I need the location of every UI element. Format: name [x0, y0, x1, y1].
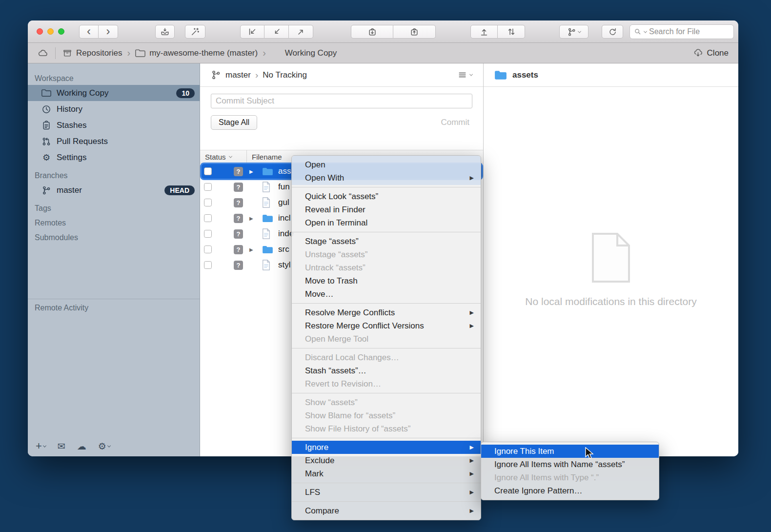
mail-button[interactable]: ✉	[58, 441, 65, 452]
chevron-right-icon: ›	[263, 47, 266, 59]
sync-button-group	[470, 25, 525, 39]
menu-item-stash[interactable]: Stash “assets”…	[292, 364, 481, 377]
commit-button[interactable]: Commit	[441, 118, 472, 127]
menu-separator	[292, 348, 481, 348]
menu-item-move[interactable]: Move…	[292, 287, 481, 301]
column-header-status[interactable]: Status	[200, 150, 247, 163]
menu-item-ignore[interactable]: Ignore▶	[292, 441, 481, 454]
submodules-section-label[interactable]: Submodules	[35, 233, 200, 242]
submenu-arrow-icon: ▶	[470, 457, 474, 464]
branch-dropdown-button[interactable]	[559, 25, 588, 39]
checkout-button[interactable]	[240, 25, 264, 39]
search-field[interactable]: Search for File	[629, 24, 734, 39]
remotes-section-label[interactable]: Remotes	[35, 219, 200, 227]
clone-button[interactable]: Clone	[693, 48, 729, 58]
menu-item-open[interactable]: Open	[292, 158, 481, 171]
breadcrumb-working-copy[interactable]: Working Copy	[271, 48, 337, 58]
submenu-item-create-ignore-pattern[interactable]: Create Ignore Pattern…	[481, 484, 659, 497]
row-checkbox[interactable]	[204, 214, 212, 222]
chevron-down-icon	[578, 29, 581, 33]
column-header-filename[interactable]: Filename	[247, 153, 282, 161]
sidebar-item-pull-requests[interactable]: Pull Requests	[28, 133, 200, 149]
menu-item-quick-look[interactable]: Quick Look “assets”	[292, 190, 481, 203]
row-checkbox[interactable]	[204, 199, 212, 206]
menu-item-lfs[interactable]: LFS▶	[292, 486, 481, 499]
menu-item-open-in-terminal[interactable]: Open in Terminal	[292, 216, 481, 229]
row-checkbox[interactable]	[204, 183, 212, 191]
disclosure-triangle-icon[interactable]: ▶	[249, 169, 255, 174]
breadcrumb-repo[interactable]: my-awesome-theme (master)	[135, 48, 258, 58]
disclosure-triangle-icon[interactable]: ▶	[249, 247, 255, 252]
menu-item-show: Show “assets”	[292, 396, 481, 409]
forward-button[interactable]: ›	[99, 25, 118, 39]
divider	[55, 47, 56, 59]
row-checkbox[interactable]	[204, 230, 212, 238]
back-icon: ‹	[87, 24, 91, 38]
sidebar-item-working-copy[interactable]: Working Copy 10	[28, 85, 200, 101]
sidebar-item-settings[interactable]: ⚙ Settings	[28, 149, 200, 165]
status-badge: ?	[234, 261, 243, 270]
bag-down-arrow-icon	[367, 27, 377, 37]
menu-item-move-to-trash[interactable]: Move to Trash	[292, 274, 481, 287]
menu-item-compare[interactable]: Compare▶	[292, 504, 481, 517]
menu-item-reveal-in-finder[interactable]: Reveal in Finder	[292, 203, 481, 216]
list-options-button[interactable]	[458, 70, 472, 80]
magic-wand-button[interactable]	[185, 25, 205, 39]
submenu-item-ignore-this-item[interactable]: Ignore This Item	[481, 445, 659, 458]
close-window-button[interactable]	[37, 28, 43, 35]
commit-area: Stage All Commit	[200, 87, 483, 150]
submenu-arrow-icon: ▶	[470, 471, 474, 477]
chevron-down-icon	[107, 444, 111, 447]
stage-all-button[interactable]: Stage All	[211, 115, 257, 130]
back-button[interactable]: ‹	[79, 25, 99, 39]
stage-tray-button[interactable]	[155, 25, 175, 39]
remote-cloud-button[interactable]: ☁	[77, 441, 86, 452]
folder-icon	[135, 49, 145, 57]
menu-item-mark[interactable]: Mark▶	[292, 467, 481, 480]
commit-subject-input[interactable]	[211, 94, 472, 108]
submenu-item-ignore-all-with-type: Ignore All Items with Type “.”	[481, 471, 659, 484]
settings-button[interactable]: ⚙	[98, 441, 110, 452]
row-checkbox[interactable]	[204, 246, 212, 253]
status-badge: ?	[234, 183, 243, 192]
file-icon	[262, 182, 270, 192]
chevron-right-icon: ›	[127, 47, 131, 59]
submenu-item-ignore-all-with-name[interactable]: Ignore All Items with Name “assets”	[481, 458, 659, 471]
push-button[interactable]	[470, 25, 498, 39]
menu-item-open-merge-tool: Open Merge Tool	[292, 332, 481, 346]
bag-up-arrow-icon	[409, 27, 419, 37]
arrow-up-right-icon	[296, 27, 306, 37]
sidebar-item-stashes[interactable]: Stashes	[28, 117, 200, 133]
menu-item-open-with[interactable]: Open With▶	[292, 171, 481, 184]
menu-separator	[292, 232, 481, 232]
menu-item-stage[interactable]: Stage “assets”	[292, 235, 481, 248]
row-checkbox[interactable]	[204, 167, 212, 175]
minimize-window-button[interactable]	[47, 28, 54, 35]
unstash-button[interactable]	[393, 25, 436, 39]
zoom-window-button[interactable]	[58, 28, 64, 35]
status-badge: ?	[234, 167, 243, 176]
row-checkbox[interactable]	[204, 261, 212, 269]
titlebar: ‹ ›	[28, 20, 738, 43]
disclosure-triangle-icon[interactable]: ▶	[249, 216, 255, 221]
sidebar-item-master-branch[interactable]: master HEAD	[28, 182, 200, 198]
pull-button[interactable]	[498, 25, 525, 39]
stash-button[interactable]	[351, 25, 393, 39]
sidebar-item-history[interactable]: History	[28, 101, 200, 117]
submenu-arrow-icon: ▶	[470, 489, 474, 495]
apply-button[interactable]	[289, 25, 313, 39]
menu-item-exclude[interactable]: Exclude▶	[292, 454, 481, 467]
status-badge: ?	[234, 214, 243, 223]
ignore-submenu: Ignore This Item Ignore All Items with N…	[481, 442, 659, 500]
breadcrumb-repositories[interactable]: Repositories	[62, 48, 122, 58]
tags-section-label[interactable]: Tags	[35, 204, 200, 213]
status-badge: ?	[234, 198, 243, 207]
menu-item-restore-merge-conflict-versions[interactable]: Restore Merge Conflict Versions▶	[292, 319, 481, 332]
head-badge: HEAD	[164, 185, 195, 195]
submenu-arrow-icon: ▶	[470, 309, 474, 316]
add-button[interactable]: +	[36, 440, 46, 452]
reset-button[interactable]	[264, 25, 289, 39]
menu-item-show-blame: Show Blame for “assets”	[292, 409, 481, 422]
refresh-button[interactable]	[602, 25, 623, 39]
menu-item-resolve-merge-conflicts[interactable]: Resolve Merge Conflicts▶	[292, 306, 481, 319]
